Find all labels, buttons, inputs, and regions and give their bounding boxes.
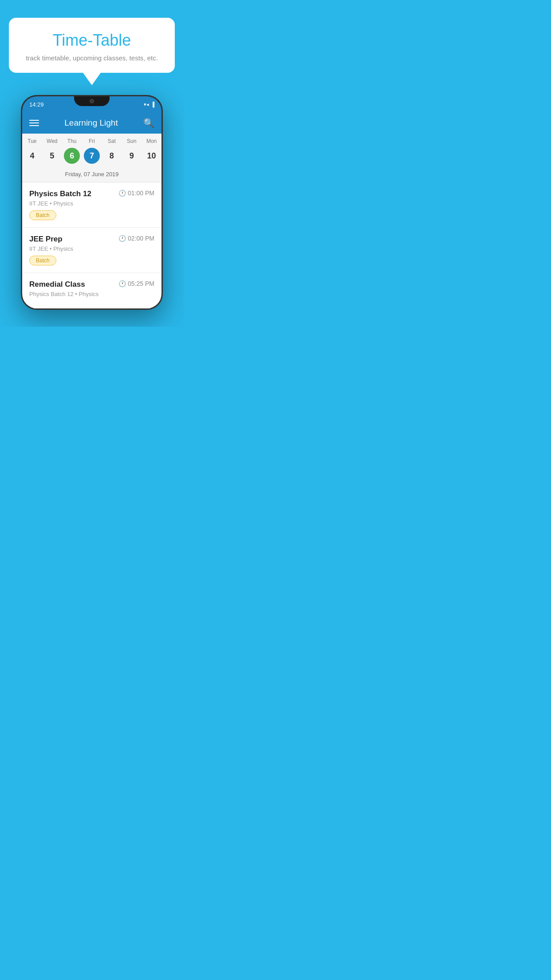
schedule-time: 🕐 05:25 PM [118, 280, 154, 287]
app-title: Learning Light [64, 118, 118, 128]
date-cell[interactable]: 4 [22, 148, 42, 164]
date-cell[interactable]: 9 [122, 148, 142, 164]
schedule-time: 🕐 01:00 PM [118, 190, 154, 197]
dates-row: 45678910 [22, 146, 161, 168]
selected-date-label: Friday, 07 June 2019 [22, 168, 161, 182]
schedule-row: JEE Prep 🕐 02:00 PM [29, 235, 154, 244]
batch-badge: Batch [29, 210, 56, 220]
schedule-time: 🕐 02:00 PM [118, 235, 154, 242]
day-label: Sat [102, 138, 122, 144]
date-cell[interactable]: 5 [42, 148, 62, 164]
calendar-section: TueWedThuFriSatSunMon 45678910 Friday, 0… [22, 134, 161, 182]
search-icon[interactable]: 🔍 [143, 118, 154, 128]
schedule-name: Physics Batch 12 [29, 190, 91, 198]
schedule-sub: Physics Batch 12 • Physics [29, 291, 154, 297]
schedule-sub: IIT JEE • Physics [29, 245, 154, 252]
schedule-row: Physics Batch 12 🕐 01:00 PM [29, 190, 154, 198]
schedule-name: Remedial Class [29, 280, 85, 289]
schedule-item[interactable]: Remedial Class 🕐 05:25 PM Physics Batch … [22, 273, 161, 308]
schedule-name: JEE Prep [29, 235, 63, 244]
date-cell[interactable]: 10 [142, 148, 161, 164]
wifi-icon: ▾◂ [144, 102, 149, 107]
date-cell[interactable]: 7 [82, 148, 102, 164]
schedule-sub: IIT JEE • Physics [29, 200, 154, 207]
date-cell[interactable]: 8 [102, 148, 122, 164]
day-label: Sun [122, 138, 142, 144]
signal-icon: ▐ [151, 102, 154, 107]
schedule-item[interactable]: Physics Batch 12 🕐 01:00 PM IIT JEE • Ph… [22, 182, 161, 228]
status-time: 14:29 [29, 101, 44, 108]
speech-bubble: Time-Table track timetable, upcoming cla… [9, 18, 175, 73]
clock-icon: 🕐 [118, 190, 126, 197]
day-label: Wed [42, 138, 62, 144]
day-label: Mon [142, 138, 161, 144]
notch [74, 96, 110, 106]
notch-camera [90, 99, 94, 103]
app-header: Learning Light 🔍 [22, 112, 161, 134]
bubble-title: Time-Table [22, 31, 161, 50]
status-icons: ▾◂ ▐ [144, 102, 154, 107]
schedule-item[interactable]: JEE Prep 🕐 02:00 PM IIT JEE • Physics Ba… [22, 228, 161, 273]
clock-icon: 🕐 [118, 235, 126, 242]
bubble-subtitle: track timetable, upcoming classes, tests… [22, 54, 161, 62]
hamburger-icon[interactable] [29, 120, 39, 126]
schedule-list: Physics Batch 12 🕐 01:00 PM IIT JEE • Ph… [22, 182, 161, 308]
day-label: Thu [62, 138, 82, 144]
day-label: Tue [22, 138, 42, 144]
phone-frame: 14:29 ▾◂ ▐ Learning Light 🔍 TueWedThuFri… [21, 95, 163, 310]
days-header: TueWedThuFriSatSunMon [22, 134, 161, 146]
batch-badge: Batch [29, 256, 56, 265]
clock-icon: 🕐 [118, 280, 126, 287]
status-bar: 14:29 ▾◂ ▐ [22, 96, 161, 112]
day-label: Fri [82, 138, 102, 144]
schedule-row: Remedial Class 🕐 05:25 PM [29, 280, 154, 289]
date-cell[interactable]: 6 [62, 148, 82, 164]
